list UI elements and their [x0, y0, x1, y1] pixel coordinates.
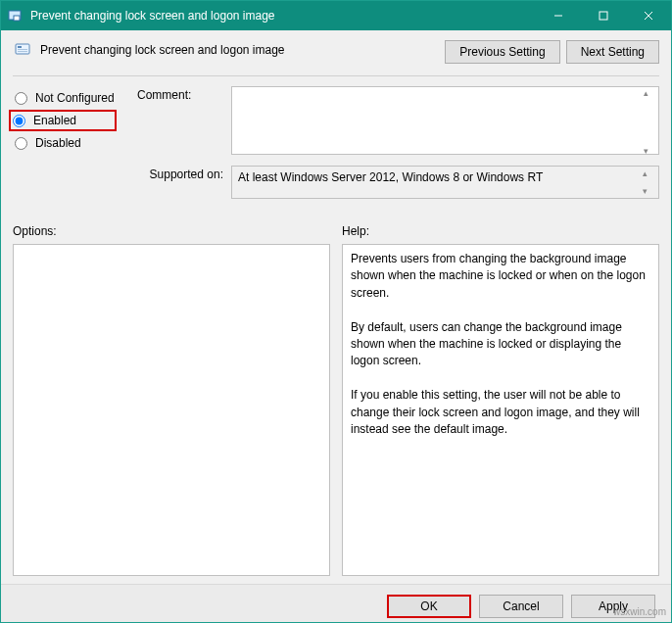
policy-app-icon — [7, 8, 23, 24]
panel-labels-row: Options: Help: — [13, 224, 659, 238]
svg-rect-8 — [18, 49, 27, 50]
cancel-button[interactable]: Cancel — [479, 595, 563, 618]
radio-enabled[interactable]: Enabled — [9, 110, 117, 131]
ok-button[interactable]: OK — [387, 595, 471, 618]
config-area: Not Configured Enabled Disabled Comment:… — [13, 86, 659, 207]
state-radio-group: Not Configured Enabled Disabled — [13, 86, 125, 207]
radio-not-configured[interactable]: Not Configured — [13, 90, 125, 106]
options-label: Options: — [13, 224, 330, 238]
fields-column: Comment: ▴▾ Supported on: At least Windo… — [137, 86, 659, 207]
supported-on-text: At least Windows Server 2012, Windows 8 … — [238, 170, 543, 184]
minimize-icon — [553, 11, 563, 21]
help-label: Help: — [342, 224, 659, 238]
header-row: Prevent changing lock screen and logon i… — [13, 40, 659, 64]
svg-rect-1 — [14, 16, 20, 21]
radio-not-configured-input[interactable] — [15, 92, 27, 105]
close-icon — [644, 11, 653, 21]
help-panel[interactable]: Prevents users from changing the backgro… — [342, 244, 659, 576]
svg-rect-3 — [600, 12, 607, 20]
close-button[interactable] — [626, 1, 671, 30]
radio-not-configured-label: Not Configured — [35, 91, 115, 105]
radio-enabled-label: Enabled — [33, 114, 76, 127]
svg-rect-7 — [18, 46, 22, 48]
scroll-arrows-icon: ▴▾ — [643, 168, 656, 196]
help-panel-text: Prevents users from changing the backgro… — [351, 252, 648, 436]
nav-buttons: Previous Setting Next Setting — [445, 40, 659, 64]
radio-disabled-input[interactable] — [15, 137, 27, 150]
previous-setting-button[interactable]: Previous Setting — [445, 40, 559, 64]
radio-enabled-input[interactable] — [13, 115, 25, 127]
policy-icon — [13, 40, 32, 60]
titlebar: Prevent changing lock screen and logon i… — [1, 1, 671, 30]
policy-editor-window: Prevent changing lock screen and logon i… — [0, 0, 672, 623]
apply-button[interactable]: Apply — [571, 595, 655, 618]
window-title: Prevent changing lock screen and logon i… — [30, 9, 275, 23]
supported-field-row: Supported on: At least Windows Server 20… — [137, 166, 659, 199]
lower-panels: Prevents users from changing the backgro… — [13, 244, 659, 576]
divider — [13, 75, 659, 76]
maximize-icon — [599, 11, 608, 21]
options-panel[interactable] — [13, 244, 330, 576]
supported-label: Supported on: — [137, 166, 223, 181]
minimize-button[interactable] — [536, 1, 581, 30]
comment-input[interactable] — [231, 86, 659, 155]
svg-rect-9 — [18, 51, 27, 52]
footer-bar: OK Cancel Apply — [1, 584, 671, 622]
window-controls — [536, 1, 671, 30]
comment-label: Comment: — [137, 86, 223, 102]
comment-field-row: Comment: ▴▾ — [137, 86, 659, 158]
maximize-button[interactable] — [581, 1, 626, 30]
content-area: Prevent changing lock screen and logon i… — [1, 30, 671, 622]
radio-disabled-label: Disabled — [35, 136, 81, 150]
radio-disabled[interactable]: Disabled — [13, 135, 125, 151]
supported-on-box: At least Windows Server 2012, Windows 8 … — [231, 166, 659, 199]
policy-title: Prevent changing lock screen and logon i… — [40, 40, 285, 57]
next-setting-button[interactable]: Next Setting — [566, 40, 659, 64]
